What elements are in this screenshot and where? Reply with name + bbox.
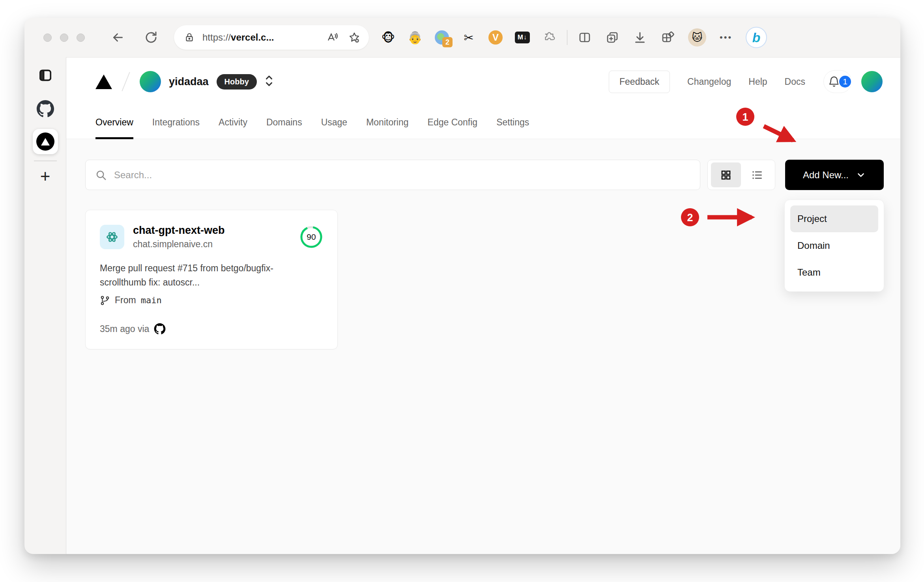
extensions-strip: 🐵 👵 2 ✂ V M↓ [381,30,557,45]
overview-content: Add New... [66,140,900,554]
tab-usage[interactable]: Usage [312,106,357,139]
changelog-link[interactable]: Changelog [687,76,731,87]
extension-badge: 2 [442,37,453,47]
notifications-button[interactable]: 1 [823,70,852,93]
plan-badge: Hobby [217,74,257,90]
maximize-window-button[interactable] [77,34,85,42]
user-avatar[interactable] [861,71,883,92]
openai-logo-icon [100,225,124,249]
tab-monitoring[interactable]: Monitoring [357,106,418,139]
toolbar-divider [567,30,567,45]
tab-vercel-active[interactable] [33,129,58,154]
tab-settings[interactable]: Settings [487,106,539,139]
browser-profile-avatar[interactable]: 🐱 [688,28,706,47]
new-tab-button[interactable]: + [40,168,51,185]
close-window-button[interactable] [43,34,52,42]
breadcrumb-slash [122,72,130,91]
url-scheme: https:// [202,32,231,43]
tab-integrations[interactable]: Integrations [143,106,209,139]
tab-overview[interactable]: Overview [86,106,143,139]
team-name: yidadaa [169,76,209,88]
minimize-window-button[interactable] [60,34,68,42]
url-domain: vercel.c... [231,32,274,43]
docs-link[interactable]: Docs [785,76,805,87]
notification-count-badge: 1 [838,75,852,89]
commit-message: Merge pull request #715 from betgo/bugfi… [100,261,305,289]
more-menu-icon[interactable]: ••• [720,32,732,43]
vercel-tabs: Overview Integrations Activity Domains U… [66,106,900,139]
search-input[interactable] [114,170,690,181]
scissors-extension-icon[interactable]: ✂ [461,30,476,45]
vercel-header: yidadaa Hobby Feedback Changelog Help Do… [66,58,900,106]
git-branch-icon [100,295,110,306]
add-new-dropdown: Project Domain Team [784,200,884,292]
read-aloud-icon[interactable] [326,32,338,43]
grandma-extension-icon[interactable]: 👵 [408,30,423,45]
address-bar[interactable]: https://vercel.c... [174,25,369,50]
v-extension-icon[interactable]: V [488,30,503,45]
tab-edge-config[interactable]: Edge Config [418,106,487,139]
dropdown-item-domain[interactable]: Domain [790,232,878,259]
score-value: 90 [299,225,323,249]
tampermonkey-extension-icon[interactable]: 🐵 [381,30,396,45]
browser-window: https://vercel.c... 🐵 👵 2 ✂ V M↓ [24,18,900,554]
extensions-puzzle-icon[interactable] [542,30,557,45]
vercel-tab-icon [36,132,54,151]
lock-icon [184,32,195,43]
project-card[interactable]: chat-gpt-next-web chat.simplenaive.cn 90… [85,210,338,349]
tab-github-icon[interactable] [36,100,54,118]
project-name: chat-gpt-next-web [133,224,225,237]
bing-chat-icon[interactable]: b [746,27,767,48]
sidebar-toggle-icon[interactable] [37,67,53,83]
grid-view-button[interactable] [711,162,741,187]
vercel-logo-icon[interactable] [95,75,112,89]
list-view-icon [751,169,763,181]
window-controls [43,34,85,42]
add-new-label: Add New... [803,170,849,181]
branch-prefix: From [115,295,136,306]
browser-sidebar: + [24,57,66,554]
view-toggle [707,160,775,190]
tab-activity[interactable]: Activity [209,106,257,139]
feedback-button[interactable]: Feedback [609,71,670,93]
search-icon [95,169,107,181]
branch-name: main [141,295,162,305]
project-domain[interactable]: chat.simplenaive.cn [133,239,225,250]
project-search[interactable] [85,160,700,190]
chevron-down-icon [856,170,866,180]
browser-essentials-icon[interactable] [660,30,675,45]
vercel-page: yidadaa Hobby Feedback Changelog Help Do… [66,57,900,554]
dropdown-item-project[interactable]: Project [790,205,878,232]
tab-domains[interactable]: Domains [257,106,312,139]
browser-toolbar: https://vercel.c... 🐵 👵 2 ✂ V M↓ [24,18,900,57]
grid-view-icon [720,169,732,181]
team-avatar[interactable] [140,71,161,92]
team-switcher-icon[interactable] [264,74,274,89]
split-screen-icon[interactable] [578,30,592,45]
help-link[interactable]: Help [748,76,767,87]
add-favorite-icon[interactable] [348,32,360,43]
lighthouse-score: 90 [299,225,323,249]
dropdown-item-team[interactable]: Team [790,259,878,286]
collections-icon[interactable] [605,30,619,45]
github-icon [154,323,166,335]
list-view-button[interactable] [742,162,772,187]
back-icon[interactable] [111,30,125,45]
deploy-time: 35m ago via [100,324,149,334]
downloads-icon[interactable] [633,30,647,45]
markdown-extension-icon[interactable]: M↓ [515,30,530,45]
badge-extension-icon[interactable]: 2 [434,30,449,45]
sidebar-divider [34,160,57,161]
add-new-button[interactable]: Add New... [785,160,884,190]
reload-icon[interactable] [144,30,158,45]
